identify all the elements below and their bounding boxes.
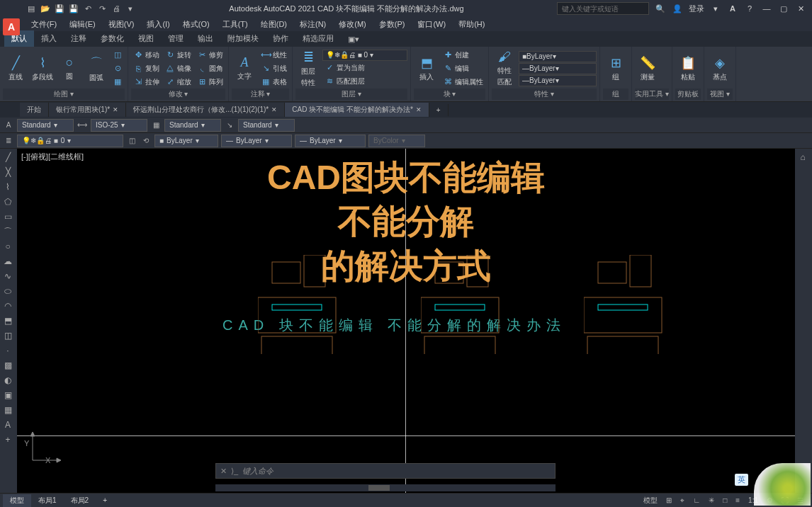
qat-undo-icon[interactable]: ↶: [82, 3, 94, 14]
ime-indicator[interactable]: 英: [735, 474, 748, 486]
paste-button[interactable]: 📋粘贴: [675, 49, 701, 89]
lt-arc-icon[interactable]: ⌒: [0, 224, 16, 239]
qat-open-icon[interactable]: 📂: [40, 3, 51, 14]
layer-prev-icon[interactable]: ⟲: [140, 135, 152, 147]
status-osnap-icon[interactable]: □: [720, 495, 730, 506]
layer-color-combo[interactable]: 💡❄🔒🖨 ■ 0 ▾: [322, 50, 407, 61]
status-model[interactable]: 模型: [641, 494, 660, 507]
plotstyle-combo-tb[interactable]: ByColor ▾: [368, 135, 425, 147]
insert-block-button[interactable]: ⬒插入: [414, 49, 439, 89]
fillet-button[interactable]: ◟圆角: [195, 62, 225, 75]
qat-redo-icon[interactable]: ↷: [96, 3, 108, 14]
user-icon[interactable]: 👤: [672, 4, 683, 13]
lt-line-icon[interactable]: ╱: [0, 150, 16, 164]
tab-model[interactable]: 模型: [3, 494, 31, 507]
menu-param[interactable]: 参数(P): [373, 18, 411, 31]
tbl-style-icon[interactable]: ▦: [150, 120, 162, 131]
tab-add-button[interactable]: +: [96, 495, 114, 506]
linear-dim-button[interactable]: ⟷线性: [259, 49, 289, 62]
arc-button[interactable]: ⌒圆弧: [84, 49, 109, 89]
group-button[interactable]: ⊞组: [603, 49, 628, 89]
app-logo[interactable]: A: [3, 18, 20, 35]
menu-draw[interactable]: 绘图(D): [255, 18, 293, 31]
cmd-close-icon[interactable]: ✕: [220, 467, 227, 476]
doc-tab-3[interactable]: CAD 块不能编辑 不能分解的解决办法*✕: [285, 103, 429, 117]
lineweight-combo-tb[interactable]: — ByLayer ▾: [295, 135, 366, 147]
login-label[interactable]: 登录: [689, 4, 704, 14]
status-lwt-icon[interactable]: ≡: [733, 495, 743, 506]
lt-mtext-icon[interactable]: A: [0, 418, 16, 432]
panel-modify-title[interactable]: 修改 ▾: [131, 89, 225, 100]
panel-utils-title[interactable]: 实用工具 ▾: [635, 89, 669, 100]
polyline-button[interactable]: ⌇多段线: [30, 49, 55, 89]
tab-layout1[interactable]: 布局1: [31, 494, 64, 507]
layer-combo-main[interactable]: 💡❄🔒🖨 ■ 0 ▾: [17, 135, 123, 147]
tab-layout2[interactable]: 布局2: [64, 494, 96, 507]
lt-spline-icon[interactable]: ∿: [0, 269, 16, 283]
panel-clipboard-title[interactable]: 剪贴板: [675, 89, 701, 100]
ribbon-tab-collab[interactable]: 协作: [266, 30, 295, 47]
lt-polygon-icon[interactable]: ⬠: [0, 195, 16, 209]
table-style-combo[interactable]: Standard ▾: [164, 119, 221, 132]
command-line[interactable]: ✕ ⟩_ 键入命令: [215, 463, 556, 479]
lt-circle-icon[interactable]: ○: [0, 239, 16, 254]
close-button[interactable]: ✕: [795, 4, 806, 13]
panel-draw-title[interactable]: 绘图 ▾: [3, 89, 125, 100]
menu-edit[interactable]: 编辑(E): [64, 18, 101, 31]
ml-style-icon[interactable]: ↘: [224, 120, 235, 131]
stretch-button[interactable]: ⇲拉伸: [131, 76, 162, 89]
menu-file[interactable]: 文件(F): [26, 18, 62, 31]
ribbon-tab-insert[interactable]: 插入: [34, 30, 64, 47]
lt-point-icon[interactable]: ·: [0, 343, 16, 358]
lt-revcloud-icon[interactable]: ☁: [0, 254, 16, 268]
lt-pline-icon[interactable]: ⌇: [0, 180, 16, 194]
panel-props-title[interactable]: 特性 ▾: [492, 89, 597, 100]
dim-style-icon[interactable]: ⟷: [77, 120, 88, 131]
layer-button[interactable]: ≣图层特性: [295, 49, 321, 89]
color-combo[interactable]: ■ ByLayer ▾: [519, 51, 597, 62]
edit-attr-button[interactable]: ⌘编辑属性: [441, 76, 485, 89]
mirror-button[interactable]: ⧋镜像: [163, 62, 193, 75]
move-button[interactable]: ✥移动: [131, 49, 162, 62]
lt-region-icon[interactable]: ▣: [0, 388, 16, 402]
menu-help[interactable]: 帮助(H): [453, 18, 490, 31]
lt-ellarc-icon[interactable]: ◠: [0, 299, 16, 313]
text-style-icon[interactable]: A: [3, 120, 14, 131]
draw-misc-2[interactable]: ⊙: [111, 62, 125, 75]
status-polar-icon[interactable]: ✳: [706, 495, 717, 506]
lt-xline-icon[interactable]: ╳: [0, 165, 16, 179]
menu-format[interactable]: 格式(O): [177, 18, 215, 31]
new-tab-button[interactable]: +: [429, 104, 449, 116]
color-combo-tb[interactable]: ■ ByLayer ▾: [154, 135, 218, 147]
autodesk-icon[interactable]: A: [727, 4, 738, 13]
minimize-button[interactable]: —: [761, 4, 772, 13]
ribbon-tab-annotate[interactable]: 注释: [64, 30, 94, 47]
make-current-button[interactable]: ✓置为当前: [322, 62, 407, 74]
lt-block-icon[interactable]: ◫: [0, 329, 16, 343]
close-icon[interactable]: ✕: [113, 106, 118, 113]
layer-props-icon[interactable]: ≣: [3, 135, 14, 147]
text-button[interactable]: A文字: [232, 49, 257, 89]
ribbon-tab-manage[interactable]: 管理: [161, 30, 191, 47]
help-icon[interactable]: ?: [744, 4, 755, 13]
draw-misc-3[interactable]: ▦: [111, 76, 125, 89]
status-ortho-icon[interactable]: ∟: [690, 495, 703, 506]
panel-annotate-title[interactable]: 注释 ▾: [232, 89, 289, 100]
lt-gradient-icon[interactable]: ◐: [0, 373, 16, 387]
menu-modify[interactable]: 修改(M): [333, 18, 372, 31]
doc-tab-1[interactable]: 银行常用图块(1)*✕: [49, 103, 126, 117]
drawing-canvas[interactable]: [-][俯视][二维线框] CAD 块不能编辑 不能分解的解决办法: [17, 149, 795, 493]
create-block-button[interactable]: ✚创建: [441, 49, 485, 62]
qat-more-icon[interactable]: ▾: [125, 3, 136, 14]
title-search-input[interactable]: [557, 2, 649, 15]
lt-insert-icon[interactable]: ⬒: [0, 314, 16, 328]
line-button[interactable]: ╱直线: [3, 49, 28, 89]
circle-button[interactable]: ○圆: [57, 49, 82, 89]
match-layer-button[interactable]: ≋匹配图层: [322, 75, 407, 88]
ribbon-tab-addons[interactable]: 附加模块: [220, 30, 266, 47]
ribbon-tab-featured[interactable]: 精选应用: [295, 30, 341, 47]
linetype-combo-tb[interactable]: — ByLayer ▾: [221, 135, 292, 147]
scroll-horizontal[interactable]: [215, 484, 556, 491]
measure-button[interactable]: 📏测量: [635, 49, 660, 89]
table-button[interactable]: ▦表格: [259, 76, 289, 89]
